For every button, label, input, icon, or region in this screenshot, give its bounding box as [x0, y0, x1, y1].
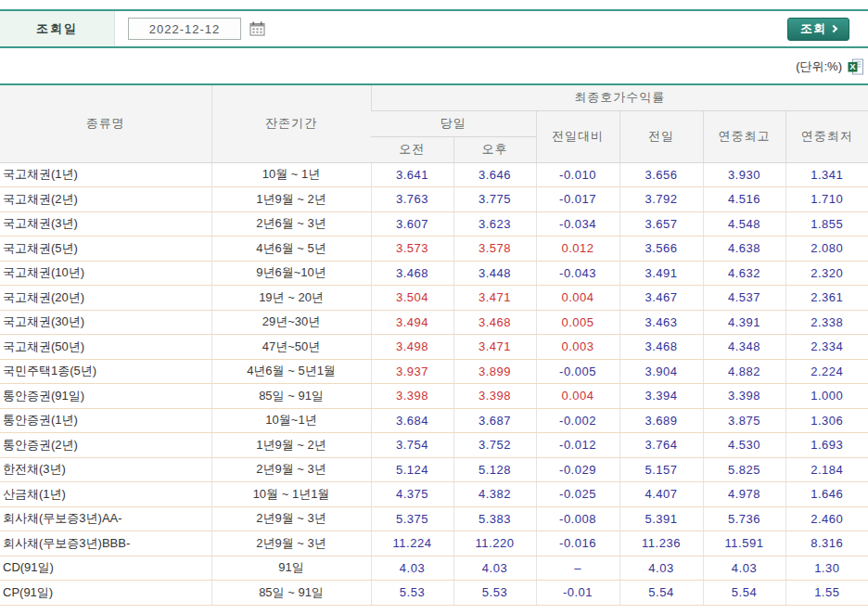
prev-day: 3.491: [619, 261, 703, 286]
remaining-period: 29년~30년: [211, 310, 371, 335]
year-low: 8.316: [785, 531, 868, 556]
year-low: 1.646: [785, 482, 868, 507]
year-high: 4.537: [703, 286, 785, 311]
calendar-icon-svg: [249, 21, 265, 36]
bond-type: CD(91일): [0, 556, 211, 581]
table-row: 국고채권(20년)19년 ~ 20년3.5043.4710.0043.4674.…: [0, 286, 868, 311]
prev-day: 3.689: [619, 408, 703, 433]
prev-day: 5.54: [619, 581, 703, 606]
year-low: 2.338: [785, 310, 868, 335]
prev-day: 3.463: [619, 310, 703, 335]
year-low: 1.855: [785, 211, 868, 237]
yield-pm: 3.646: [453, 162, 536, 187]
date-label: 조회일: [36, 20, 78, 37]
remaining-period: 9년6월~10년: [211, 261, 371, 286]
date-input[interactable]: [128, 18, 241, 40]
yield-pm: 3.471: [453, 335, 536, 360]
excel-icon-svg: X: [848, 58, 864, 75]
year-high: 4.548: [703, 211, 785, 237]
year-high: 4.632: [703, 261, 785, 286]
day-change: -0.029: [536, 457, 619, 482]
prev-day: 3.792: [619, 187, 703, 212]
prev-day: 3.656: [619, 162, 703, 187]
remaining-period: 1년9월 ~ 2년: [211, 187, 371, 212]
bond-type: 국고채권(5년): [0, 237, 211, 262]
yield-pm: 3.471: [453, 286, 536, 311]
yield-pm: 5.383: [453, 506, 536, 531]
prev-day: 3.566: [619, 237, 703, 262]
table-row: 회사채(무보증3년)BBB-2년9월 ~ 3년11.22411.220-0.01…: [0, 531, 868, 556]
day-change: 0.004: [536, 286, 619, 311]
excel-download-icon[interactable]: X: [847, 58, 864, 76]
table-row: 산금채(1년)10월 ~ 1년1월4.3754.382-0.0254.4074.…: [0, 482, 868, 507]
unit-row: (단위:%) X: [0, 57, 868, 77]
table-row: 국고채권(1년)10월 ~ 1년3.6413.646-0.0103.6563.9…: [0, 162, 868, 187]
year-low: 2.460: [785, 506, 868, 531]
chevron-right-icon: [830, 25, 837, 32]
bond-type: 국고채권(20년): [0, 286, 211, 311]
bond-type: 국고채권(50년): [0, 335, 211, 360]
yield-am: 3.494: [371, 310, 453, 335]
yield-am: 3.504: [371, 286, 453, 311]
table-row: 국고채권(3년)2년6월 ~ 3년3.6073.623-0.0343.6574.…: [0, 211, 868, 237]
bond-yield-page: 조회일 조회 (단위:%): [0, 0, 868, 606]
prev-day: 4.407: [619, 482, 703, 507]
day-change: –: [536, 556, 619, 581]
search-button[interactable]: 조회: [787, 18, 849, 41]
yield-am: 11.224: [371, 531, 453, 556]
year-high: 4.516: [703, 187, 785, 212]
calendar-icon[interactable]: [248, 19, 266, 38]
year-low: 1.693: [785, 433, 868, 458]
svg-text:X: X: [849, 61, 856, 71]
year-high: 3.875: [703, 408, 785, 433]
year-low: 2.224: [785, 359, 868, 384]
year-low: 1.30: [785, 556, 868, 581]
table-body: 국고채권(1년)10월 ~ 1년3.6413.646-0.0103.6563.9…: [0, 162, 868, 605]
col-header-period: 잔존기간: [211, 84, 371, 162]
bond-type: 국민주택1종(5년): [0, 359, 211, 384]
year-low: 2.320: [785, 261, 868, 286]
table-row: 국민주택1종(5년)4년6월 ~ 5년1월3.9373.899-0.0053.9…: [0, 359, 868, 384]
yield-am: 3.684: [371, 408, 453, 433]
year-high: 4.03: [703, 556, 785, 581]
yield-pm: 3.623: [453, 211, 536, 237]
table-row: 국고채권(50년)47년~50년3.4983.4710.0033.4684.34…: [0, 335, 868, 360]
prev-day: 3.468: [619, 335, 703, 360]
yield-pm: 3.448: [453, 261, 536, 286]
prev-day: 5.391: [619, 506, 703, 531]
yield-am: 5.53: [371, 581, 453, 606]
yield-pm: 5.53: [453, 581, 536, 606]
bond-type: 국고채권(3년): [0, 211, 211, 237]
year-high: 5.736: [703, 506, 785, 531]
yield-am: 5.375: [371, 506, 453, 531]
yield-am: 5.124: [371, 457, 453, 482]
table-row: 통안증권(1년)10월~1년3.6843.687-0.0023.6893.875…: [0, 408, 868, 433]
yield-am: 3.754: [371, 433, 453, 458]
bond-type: 산금채(1년): [0, 482, 211, 507]
yield-am: 3.607: [371, 211, 453, 237]
day-change: -0.002: [536, 408, 619, 433]
remaining-period: 2년9월 ~ 3년: [211, 457, 371, 482]
year-high: 3.398: [703, 384, 785, 409]
yield-am: 3.641: [371, 162, 453, 187]
day-change: 0.012: [536, 237, 619, 262]
unit-note: (단위:%): [796, 58, 842, 75]
search-button-label: 조회: [800, 20, 826, 37]
yield-pm: 4.03: [453, 556, 536, 581]
prev-day: 3.467: [619, 286, 703, 311]
year-low: 2.361: [785, 286, 868, 311]
year-low: 1.55: [785, 581, 868, 606]
yield-am: 3.763: [371, 187, 453, 212]
bond-type: 국고채권(10년): [0, 261, 211, 286]
bond-type: 통안증권(1년): [0, 408, 211, 433]
yield-pm: 3.687: [453, 408, 536, 433]
table-row: 회사채(무보증3년)AA-2년9월 ~ 3년5.3755.383-0.0085.…: [0, 506, 868, 531]
year-high: 4.882: [703, 359, 785, 384]
year-high: 3.930: [703, 162, 785, 187]
prev-day: 3.657: [619, 211, 703, 237]
table-row: 통안증권(91일)85일 ~ 91일3.3983.3980.0043.3943.…: [0, 384, 868, 409]
yield-pm: 3.468: [453, 310, 536, 335]
remaining-period: 4년6월 ~ 5년: [211, 237, 371, 262]
year-low: 1.306: [785, 408, 868, 433]
remaining-period: 10월~1년: [211, 408, 371, 433]
